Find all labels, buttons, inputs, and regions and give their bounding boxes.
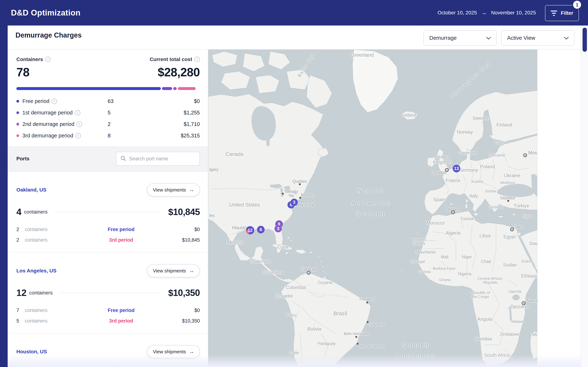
port-container-count: 4	[16, 207, 22, 217]
date-start: October 10, 2025	[438, 10, 477, 16]
legend-label: 3rd demurrage period	[22, 133, 73, 139]
date-range[interactable]: October 10, 2025 → November 10, 2025	[438, 0, 536, 25]
arrow-right-icon: →	[189, 187, 194, 193]
info-icon[interactable]: i	[45, 57, 51, 62]
port-cluster-marker[interactable]: 13	[453, 165, 460, 172]
view-shipments-label: View shipments	[153, 349, 186, 355]
view-dropdown-value: Active View	[507, 35, 535, 41]
legend-count: 8	[108, 133, 130, 139]
legend-label: 2nd demurrage period	[22, 121, 74, 127]
legend-label: 1st demurrage period	[22, 110, 73, 116]
view-shipments-button[interactable]: View shipments→	[147, 183, 200, 196]
filter-badge: 1	[573, 1, 581, 9]
view-dropdown[interactable]: Active View	[501, 30, 574, 46]
port-name-link[interactable]: Los Angeles, US	[16, 268, 57, 274]
divider	[60, 293, 161, 293]
info-icon[interactable]: i	[75, 110, 80, 116]
dnd-optimization-screen: D&D Optimization October 10, 2025 → Nove…	[0, 0, 588, 367]
info-icon[interactable]: i	[75, 133, 81, 139]
world-map[interactable]: GreenlandBaffin BayNorwegian SeaIcelandS…	[208, 50, 537, 367]
bar-segment	[178, 87, 196, 90]
period-container-word: containers	[25, 237, 79, 243]
period-amount: $0	[163, 308, 200, 313]
period-container-word: containers	[25, 308, 79, 313]
view-shipments-label: View shipments	[153, 268, 186, 274]
arrow-right-icon: →	[189, 349, 194, 355]
port-container-count: 12	[16, 288, 27, 298]
period-container-count: 2	[16, 227, 24, 232]
legend-count: 63	[108, 98, 130, 104]
period-amount: $10,845	[163, 237, 200, 243]
port-period-row: 5containers3rd period$10,350	[16, 316, 200, 326]
port-total-cost: $10,845	[168, 207, 200, 217]
port-container-word: containers	[29, 290, 53, 296]
metric-dropdown[interactable]: Demurrage	[424, 30, 497, 46]
period-container-count: 2	[16, 237, 24, 243]
page-title: Demurrage Charges	[16, 31, 82, 39]
period-name: 3rd period	[79, 318, 163, 324]
port-period-row: 2containers3rd period$10,845	[16, 235, 200, 245]
divider	[55, 212, 161, 212]
legend-dot	[16, 123, 19, 125]
legend-row: Free periodi63$0	[16, 95, 200, 107]
port-card: Los Angeles, USView shipments→12containe…	[8, 253, 208, 334]
port-name-link[interactable]: Oakland, US	[16, 187, 46, 193]
port-total-cost: $10,350	[168, 288, 200, 298]
legend-row: 1st demurrage periodi5$1,255	[16, 107, 200, 118]
containers-value: 78	[16, 65, 29, 79]
map-canvas	[208, 50, 537, 367]
legend-amount: $1,710	[130, 121, 200, 127]
containers-label-group: Containers i	[16, 57, 51, 62]
page-scrollbar[interactable]	[581, 25, 588, 367]
info-icon[interactable]: i	[52, 99, 57, 104]
port-card: Oakland, USView shipments→4containers$10…	[8, 172, 208, 253]
bar-segment	[173, 87, 177, 90]
legend-row: 3rd demurrage periodi8$25,315	[16, 130, 200, 142]
period-amount: $10,350	[163, 318, 200, 324]
arrow-right-icon: →	[189, 268, 194, 274]
port-period-row: 2containersFree period$0	[16, 224, 200, 235]
date-end: November 10, 2025	[491, 10, 536, 16]
period-legend: Free periodi63$01st demurrage periodi5$1…	[16, 95, 200, 142]
port-cluster-marker[interactable]: 3	[275, 225, 282, 232]
legend-label: Free period	[22, 98, 49, 104]
port-name-link[interactable]: Houston, US	[16, 349, 47, 355]
legend-count: 2	[108, 121, 130, 127]
ports-list: Oakland, USView shipments→4containers$10…	[8, 172, 208, 367]
metric-dropdown-value: Demurrage	[429, 35, 457, 41]
port-search-input[interactable]	[129, 156, 196, 162]
view-shipments-button[interactable]: View shipments→	[147, 264, 200, 277]
port-cluster-marker[interactable]: 6	[257, 226, 265, 234]
bar-segment	[16, 87, 161, 90]
period-container-count: 5	[16, 318, 24, 324]
view-shipments-label: View shipments	[153, 187, 186, 193]
cost-label-group: Current total cost i	[150, 57, 200, 62]
period-name: Free period	[79, 227, 163, 232]
port-card: Houston, USView shipments→12containers$5…	[8, 334, 208, 367]
chevron-down-icon	[486, 35, 491, 41]
cost-value: $28,280	[158, 65, 200, 79]
period-container-count: 7	[16, 308, 24, 313]
period-name: Free period	[79, 308, 163, 313]
arrow-right-icon: →	[481, 10, 487, 16]
filter-button[interactable]: Filter	[545, 5, 579, 21]
page-left-border	[0, 25, 8, 367]
legend-row: 2nd demurrage periodi2$1,710	[16, 118, 200, 130]
port-container-word: containers	[24, 209, 48, 215]
legend-amount: $0	[130, 98, 200, 104]
port-cluster-marker[interactable]: 3	[291, 199, 298, 206]
scrollbar-thumb[interactable]	[582, 28, 587, 52]
bar-segment	[162, 87, 172, 90]
legend-amount: $1,255	[130, 110, 200, 116]
legend-amount: $25,315	[130, 133, 200, 139]
app-header: D&D Optimization October 10, 2025 → Nove…	[0, 0, 588, 25]
info-icon[interactable]: i	[76, 122, 82, 127]
port-cluster-marker[interactable]: 12	[246, 226, 254, 234]
legend-dot	[16, 111, 19, 114]
containers-label: Containers	[16, 57, 43, 62]
port-search[interactable]	[116, 152, 200, 166]
period-name: 3rd period	[79, 237, 163, 243]
view-shipments-button[interactable]: View shipments→	[147, 345, 200, 358]
info-icon[interactable]: i	[194, 57, 200, 62]
app-title: D&D Optimization	[11, 8, 81, 17]
